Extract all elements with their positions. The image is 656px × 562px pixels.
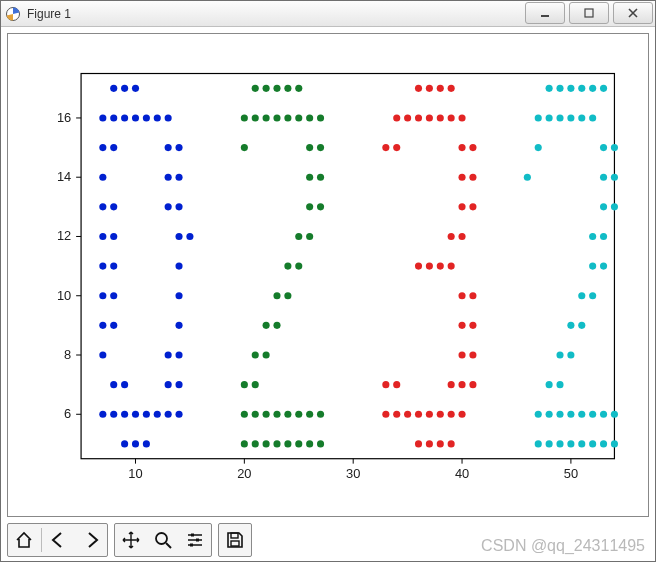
svg-point-158 xyxy=(393,381,400,388)
svg-point-97 xyxy=(317,203,324,210)
svg-point-160 xyxy=(458,381,465,388)
svg-point-220 xyxy=(600,440,607,447)
svg-point-196 xyxy=(589,263,596,270)
svg-point-32 xyxy=(132,114,139,121)
svg-point-154 xyxy=(469,322,476,329)
toolbar-group-nav xyxy=(7,523,108,557)
svg-point-96 xyxy=(306,203,313,210)
svg-point-50 xyxy=(186,233,193,240)
svg-point-30 xyxy=(110,114,117,121)
maximize-button[interactable] xyxy=(569,2,609,24)
nav-toolbar xyxy=(7,523,252,557)
svg-point-200 xyxy=(567,322,574,329)
svg-text:40: 40 xyxy=(455,466,469,481)
svg-point-191 xyxy=(611,174,618,181)
svg-point-130 xyxy=(393,114,400,121)
svg-point-81 xyxy=(284,85,291,92)
svg-rect-225 xyxy=(190,544,193,547)
svg-point-100 xyxy=(284,263,291,270)
svg-point-75 xyxy=(121,440,128,447)
svg-point-117 xyxy=(317,411,324,418)
svg-point-53 xyxy=(175,263,182,270)
svg-point-145 xyxy=(448,233,455,240)
plot-area[interactable]: 10203040506810121416 xyxy=(7,33,649,517)
svg-point-106 xyxy=(252,351,259,358)
home-button[interactable] xyxy=(9,525,39,555)
zoom-button[interactable] xyxy=(148,525,178,555)
svg-text:16: 16 xyxy=(57,110,71,125)
svg-text:10: 10 xyxy=(57,288,71,303)
svg-text:20: 20 xyxy=(237,466,251,481)
svg-point-215 xyxy=(546,440,553,447)
svg-point-103 xyxy=(284,292,291,299)
close-button[interactable] xyxy=(613,2,653,24)
svg-point-27 xyxy=(121,85,128,92)
svg-point-123 xyxy=(295,440,302,447)
svg-point-43 xyxy=(99,203,106,210)
svg-point-121 xyxy=(273,440,280,447)
svg-point-156 xyxy=(469,351,476,358)
svg-point-162 xyxy=(382,411,389,418)
svg-point-108 xyxy=(241,381,248,388)
svg-point-164 xyxy=(404,411,411,418)
svg-point-126 xyxy=(415,85,422,92)
svg-point-36 xyxy=(99,144,106,151)
svg-point-65 xyxy=(165,381,172,388)
svg-point-76 xyxy=(132,440,139,447)
svg-point-113 xyxy=(273,411,280,418)
svg-point-52 xyxy=(110,263,117,270)
svg-point-202 xyxy=(556,351,563,358)
svg-point-48 xyxy=(110,233,117,240)
svg-point-79 xyxy=(263,85,270,92)
svg-point-139 xyxy=(458,144,465,151)
svg-point-189 xyxy=(524,174,531,181)
title-bar-left: Figure 1 xyxy=(5,6,71,22)
svg-point-170 xyxy=(415,440,422,447)
svg-point-205 xyxy=(556,381,563,388)
svg-point-132 xyxy=(415,114,422,121)
svg-text:8: 8 xyxy=(64,347,71,362)
window-controls xyxy=(525,1,655,26)
svg-point-105 xyxy=(273,322,280,329)
svg-point-212 xyxy=(600,411,607,418)
svg-text:30: 30 xyxy=(346,466,360,481)
svg-point-110 xyxy=(241,411,248,418)
configure-button[interactable] xyxy=(180,525,210,555)
svg-point-136 xyxy=(458,114,465,121)
svg-point-86 xyxy=(273,114,280,121)
app-icon xyxy=(5,6,21,22)
svg-point-209 xyxy=(567,411,574,418)
client-area: 10203040506810121416 xyxy=(1,27,655,561)
svg-point-115 xyxy=(295,411,302,418)
svg-text:50: 50 xyxy=(564,466,578,481)
svg-point-47 xyxy=(99,233,106,240)
series-blue xyxy=(99,85,193,448)
svg-point-194 xyxy=(589,233,596,240)
pan-button[interactable] xyxy=(116,525,146,555)
svg-point-138 xyxy=(393,144,400,151)
svg-point-118 xyxy=(241,440,248,447)
svg-rect-3 xyxy=(81,74,614,459)
minimize-button[interactable] xyxy=(525,2,565,24)
svg-point-104 xyxy=(263,322,270,329)
save-button[interactable] xyxy=(220,525,250,555)
svg-point-51 xyxy=(99,263,106,270)
svg-point-187 xyxy=(600,144,607,151)
svg-point-87 xyxy=(284,114,291,121)
svg-point-46 xyxy=(175,203,182,210)
back-button[interactable] xyxy=(44,525,74,555)
svg-point-80 xyxy=(273,85,280,92)
svg-point-42 xyxy=(175,174,182,181)
svg-point-44 xyxy=(110,203,117,210)
svg-point-93 xyxy=(317,144,324,151)
forward-button[interactable] xyxy=(76,525,106,555)
series-cyan xyxy=(524,85,618,448)
svg-point-78 xyxy=(252,85,259,92)
svg-point-180 xyxy=(535,114,542,121)
svg-point-49 xyxy=(175,233,182,240)
window-title: Figure 1 xyxy=(27,7,71,21)
svg-point-159 xyxy=(448,381,455,388)
svg-point-55 xyxy=(110,292,117,299)
svg-rect-1 xyxy=(541,15,549,17)
svg-point-70 xyxy=(132,411,139,418)
